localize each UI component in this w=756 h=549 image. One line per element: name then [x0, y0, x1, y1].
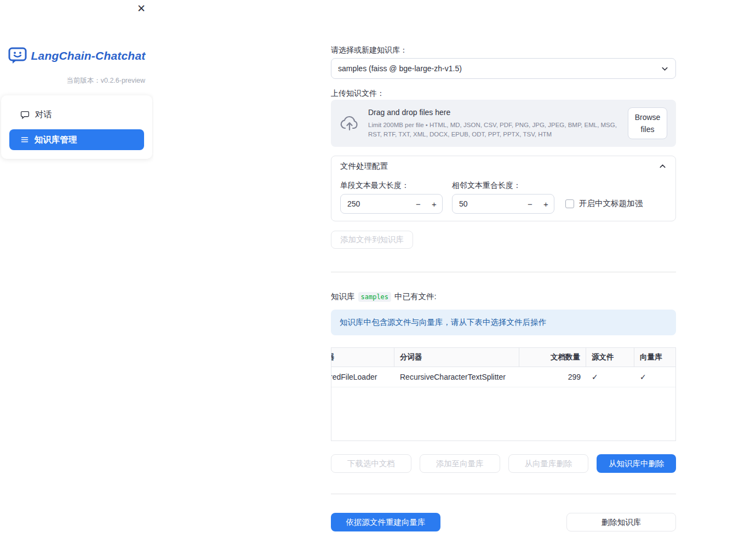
sidebar-item-knowledge-base[interactable]: 知识库管理	[9, 129, 144, 150]
rebuild-vector-store-button[interactable]: 依据源文件重建向量库	[331, 513, 440, 531]
decrement-button[interactable]: −	[522, 199, 538, 209]
delete-kb-button[interactable]: 删除知识库	[566, 513, 676, 531]
upload-label: 上传知识文件：	[331, 88, 676, 99]
table-row[interactable]: redFileLoader RecursiveCharacterTextSpli…	[331, 367, 675, 387]
browse-files-button[interactable]: Browse files	[628, 107, 667, 140]
increment-button[interactable]: +	[426, 199, 442, 209]
list-icon	[20, 135, 29, 144]
column-header-loader[interactable]: 器	[331, 348, 394, 367]
logo-text: LangChain-Chatchat	[31, 49, 146, 62]
increment-button[interactable]: +	[538, 199, 554, 209]
kb-select-value: samples (faiss @ bge-large-zh-v1.5)	[338, 64, 462, 73]
column-header-splitter[interactable]: 分词器	[394, 348, 519, 367]
file-dropzone[interactable]: Drag and drop files here Limit 200MB per…	[331, 100, 676, 147]
cell-doc-count: 299	[519, 373, 586, 381]
files-table: 器 分词器 文档数量 源文件 向量库 redFileLoader Recursi…	[331, 347, 676, 441]
chevron-up-icon	[658, 162, 667, 170]
sidebar-item-dialogue[interactable]: 对话	[9, 104, 144, 125]
chunk-size-label: 单段文本最大长度：	[340, 180, 443, 191]
delete-from-kb-button[interactable]: 从知识库中删除	[597, 454, 676, 473]
info-banner: 知识库中包含源文件与向量库，请从下表中选择文件后操作	[331, 310, 676, 335]
app-logo: LangChain-Chatchat	[0, 47, 153, 64]
add-to-vector-store-button[interactable]: 添加至向量库	[420, 454, 500, 473]
sidebar: ✕ LangChain-Chatchat 当前版本：v0.2.6-preview…	[0, 0, 153, 549]
kb-name-code: samples	[358, 292, 392, 302]
nav-menu: 对话 知识库管理	[1, 95, 152, 159]
dropzone-title: Drag and drop files here	[368, 108, 619, 117]
main-area: 请选择或新建知识库： samples (faiss @ bge-large-zh…	[153, 0, 756, 549]
file-config-expander: 文件处理配置 单段文本最大长度： 250 − + 相邻文	[331, 156, 676, 221]
checkbox-label: 开启中文标题加强	[579, 198, 643, 209]
chevron-down-icon	[661, 65, 669, 73]
version-label: 当前版本：v0.2.6-preview	[0, 76, 153, 85]
dropzone-limit: Limit 200MB per file • HTML, MD, JSON, C…	[368, 121, 619, 139]
decrement-button[interactable]: −	[410, 199, 426, 209]
expander-header[interactable]: 文件处理配置	[331, 156, 675, 176]
file-actions-row: 下载选中文档 添加至向量库 从向量库删除 从知识库中删除	[331, 454, 676, 473]
table-header-row: 器 分词器 文档数量 源文件 向量库	[331, 348, 675, 367]
divider	[331, 272, 676, 272]
add-files-to-kb-button[interactable]: 添加文件到知识库	[331, 231, 413, 249]
zh-title-enhance-checkbox[interactable]: 开启中文标题加强	[565, 198, 643, 209]
checkbox-box-icon[interactable]	[565, 199, 574, 208]
dropzone-instructions: Drag and drop files here Limit 200MB per…	[368, 108, 619, 139]
logo-chat-icon	[8, 47, 27, 64]
kb-actions-row: 依据源文件重建向量库 删除知识库	[331, 513, 676, 531]
upload-cloud-icon	[340, 116, 359, 131]
kb-select[interactable]: samples (faiss @ bge-large-zh-v1.5)	[331, 58, 676, 79]
sidebar-item-label: 知识库管理	[35, 134, 77, 146]
column-header-vector-store[interactable]: 向量库	[634, 348, 675, 367]
chunk-size-value: 250	[341, 199, 410, 208]
expander-title: 文件处理配置	[340, 161, 388, 171]
cell-source-file-check: ✓	[586, 373, 634, 381]
divider	[331, 494, 676, 494]
delete-from-vector-store-button[interactable]: 从向量库删除	[508, 454, 589, 473]
chunk-overlap-label: 相邻文本重合长度：	[452, 180, 554, 191]
cell-vector-store-check: ✓	[634, 373, 675, 381]
cell-loader: redFileLoader	[331, 373, 394, 381]
column-header-doc-count[interactable]: 文档数量	[519, 348, 586, 367]
download-selected-button[interactable]: 下载选中文档	[331, 454, 411, 473]
kb-select-label: 请选择或新建知识库：	[331, 44, 676, 55]
chunk-size-input[interactable]: 250 − +	[340, 194, 443, 214]
chat-bubble-icon	[20, 110, 30, 119]
chunk-overlap-input[interactable]: 50 − +	[452, 194, 554, 214]
chunk-overlap-value: 50	[453, 199, 522, 208]
kb-suffix-text: 中已有文件:	[394, 291, 437, 302]
sidebar-item-label: 对话	[35, 109, 52, 121]
close-sidebar-icon[interactable]: ✕	[137, 3, 146, 14]
column-header-source-file[interactable]: 源文件	[586, 348, 634, 367]
existing-files-heading: 知识库 samples 中已有文件:	[331, 291, 676, 302]
kb-prefix-text: 知识库	[331, 291, 355, 302]
cell-splitter: RecursiveCharacterTextSplitter	[394, 373, 519, 381]
